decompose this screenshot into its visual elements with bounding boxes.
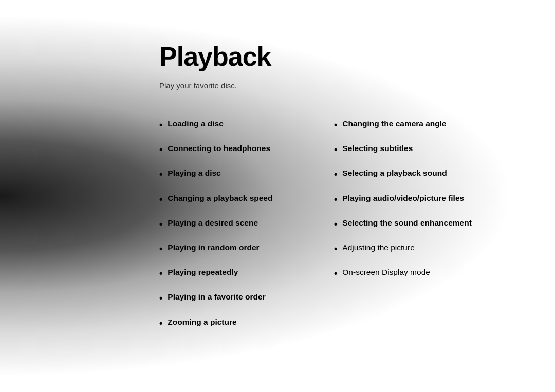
left-column: •Loading a disc•Connecting to headphones… — [159, 118, 303, 341]
columns-container: •Loading a disc•Connecting to headphones… — [159, 118, 555, 341]
page-title: Playback — [159, 41, 555, 72]
bullet-icon: • — [334, 193, 337, 206]
list-item-label: On-screen Display mode — [342, 267, 430, 278]
list-item: •Playing repeatedly — [159, 267, 303, 280]
list-item-label: Playing a disc — [168, 167, 220, 179]
list-item-label: Playing audio/video/picture files — [342, 193, 464, 204]
bullet-icon: • — [334, 242, 337, 255]
bullet-icon: • — [159, 119, 162, 132]
list-item: •Playing a desired scene — [159, 217, 303, 231]
list-item: •Changing a playback speed — [159, 193, 303, 206]
bullet-icon: • — [159, 292, 162, 305]
list-item: •Playing a disc — [159, 167, 303, 181]
list-item: •Selecting a playback sound — [334, 167, 483, 181]
list-item-label: Connecting to headphones — [168, 143, 270, 154]
list-item-label: Loading a disc — [168, 118, 224, 129]
bullet-icon: • — [159, 193, 162, 206]
bullet-icon: • — [334, 168, 337, 181]
bullet-icon: • — [159, 242, 162, 255]
page-content: Playback Play your favorite disc. •Loadi… — [0, 0, 555, 341]
list-item-label: Selecting subtitles — [342, 143, 413, 154]
list-item: •Loading a disc — [159, 118, 303, 132]
bullet-icon: • — [159, 218, 162, 231]
bullet-icon: • — [334, 267, 337, 280]
bullet-icon: • — [334, 143, 337, 156]
list-item: •Adjusting the picture — [334, 242, 483, 255]
list-item: •Playing in random order — [159, 242, 303, 255]
bullet-icon: • — [159, 317, 162, 330]
list-item: •Selecting subtitles — [334, 143, 483, 156]
bullet-icon: • — [159, 168, 162, 181]
list-item: •Selecting the sound enhancement — [334, 217, 483, 231]
list-item-label: Playing in random order — [168, 242, 259, 253]
bullet-icon: • — [159, 143, 162, 156]
bullet-icon: • — [159, 267, 162, 280]
bullet-icon: • — [334, 119, 337, 132]
page-subtitle: Play your favorite disc. — [159, 81, 555, 90]
bullet-icon: • — [334, 218, 337, 231]
list-item-label: Zooming a picture — [168, 316, 236, 328]
list-item-label: Selecting the sound enhancement — [342, 217, 472, 229]
list-item-label: Playing repeatedly — [168, 267, 238, 278]
list-item-label: Changing a playback speed — [168, 193, 272, 204]
list-item: •Connecting to headphones — [159, 143, 303, 156]
list-item: •On-screen Display mode — [334, 267, 483, 280]
list-item: •Playing in a favorite order — [159, 291, 303, 305]
list-item-label: Changing the camera angle — [342, 118, 446, 129]
right-column: •Changing the camera angle•Selecting sub… — [334, 118, 483, 341]
list-item: •Changing the camera angle — [334, 118, 483, 132]
list-item-label: Playing a desired scene — [168, 217, 258, 229]
list-item-label: Playing in a favorite order — [168, 291, 265, 303]
list-item-label: Adjusting the picture — [342, 242, 414, 253]
list-item: •Zooming a picture — [159, 316, 303, 330]
list-item: •Playing audio/video/picture files — [334, 193, 483, 206]
list-item-label: Selecting a playback sound — [342, 167, 447, 179]
